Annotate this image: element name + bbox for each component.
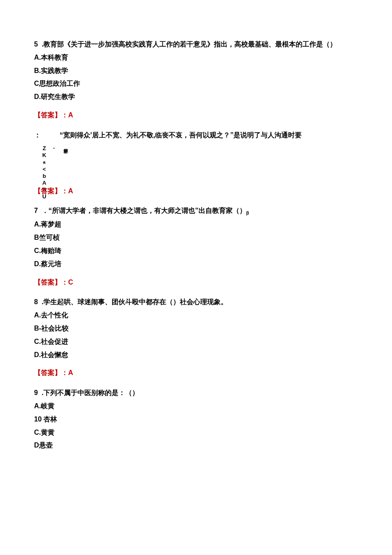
q8-option-b: B-社会比较 bbox=[34, 323, 358, 335]
q7-option-b: B竺可桢 bbox=[34, 232, 358, 244]
q8-answer: 【答案】：A bbox=[34, 367, 358, 379]
q6-vertical-1: 子容解释 bbox=[63, 145, 69, 179]
q5-option-b: B.实践教学 bbox=[34, 65, 358, 77]
q6-stem: ：“宽则得众'居上不宽、为礼不敬,临丧不哀，吾何以观之？”是说明了与人沟通时要 bbox=[34, 129, 358, 142]
q6-vertical-2: ・ZK・«<bABU bbox=[39, 145, 59, 179]
q5-option-a: A.本科教育 bbox=[34, 52, 358, 64]
q5-text: .教育部《关于进一步加强高校实践育人工作的若干意见》指出，高校最基础、最根本的工… bbox=[42, 41, 337, 48]
q5-number: 5 bbox=[34, 41, 38, 48]
q7-option-c: C.梅贻琦 bbox=[34, 245, 358, 257]
q5-stem: 5 .教育部《关于进一步加强高校实践育人工作的若干意见》指出，高校最基础、最根本… bbox=[34, 38, 358, 51]
q9-text: .下列不属于中医别称的是：（） bbox=[42, 389, 139, 396]
q7-answer: 【答案】：C bbox=[34, 276, 358, 289]
q9-option-a: A.岐黄 bbox=[34, 400, 358, 413]
q5-option-d: D.研究生教学 bbox=[34, 91, 358, 103]
q7-sub: β bbox=[246, 211, 249, 216]
q8-number: 8 bbox=[34, 298, 38, 305]
q5-option-c: C思想政治工作 bbox=[34, 78, 358, 90]
question-9: 9 .下列不属于中医别称的是：（） A.岐黄 10 杏林 C.黄黄 D悬壶 bbox=[34, 387, 358, 452]
q7-text: ．“所谓大学者，非谓有大楼之谓也，有大师之谓也”出自教育家（） bbox=[42, 207, 246, 214]
question-7: 7 ．“所谓大学者，非谓有大楼之谓也，有大师之谓也”出自教育家（）β A.蒋梦超… bbox=[34, 205, 358, 288]
q7-number: 7 bbox=[34, 207, 38, 214]
q7-option-a: A.蒋梦超 bbox=[34, 218, 358, 231]
q6-text: “宽则得众'居上不宽、为礼不敬,临丧不哀，吾何以观之？”是说明了与人沟通时要 bbox=[60, 131, 302, 139]
q7-stem: 7 ．“所谓大学者，非谓有大楼之谓也，有大师之谓也”出自教育家（）β bbox=[34, 205, 358, 218]
q9-option-c: C.黄黄 bbox=[34, 427, 358, 439]
q9-stem: 9 .下列不属于中医别称的是：（） bbox=[34, 387, 358, 399]
q9-option-d: D悬壶 bbox=[34, 439, 358, 452]
q8-option-c: C.社会促进 bbox=[34, 336, 358, 348]
question-6: ：“宽则得众'居上不宽、为礼不敬,临丧不哀，吾何以观之？”是说明了与人沟通时要 … bbox=[34, 129, 358, 198]
q6-colon: ： bbox=[34, 129, 60, 142]
q9-number: 9 bbox=[34, 389, 38, 396]
q7-option-d: D.蔡元培 bbox=[34, 258, 358, 270]
q5-answer: 【答案】：A bbox=[34, 109, 358, 122]
q8-text: .学生起哄、球迷闹事、团伙斗殴中都存在（）社会心理现象。 bbox=[42, 298, 228, 305]
q8-option-d: D.社会懈怠 bbox=[34, 349, 358, 361]
question-8: 8 .学生起哄、球迷闹事、团伙斗殴中都存在（）社会心理现象。 A.去个性化 B-… bbox=[34, 296, 358, 379]
q6-answer: 【答案】：A bbox=[34, 185, 358, 198]
q8-option-a: A.去个性化 bbox=[34, 309, 358, 322]
question-5: 5 .教育部《关于进一步加强高校实践育人工作的若干意见》指出，高校最基础、最根本… bbox=[34, 38, 358, 122]
q9-option-b: 10 杏林 bbox=[34, 413, 358, 426]
q8-stem: 8 .学生起哄、球迷闹事、团伙斗殴中都存在（）社会心理现象。 bbox=[34, 296, 358, 308]
q6-vertical-block: ・ZK・«<bABU 子容解释 bbox=[39, 145, 358, 179]
